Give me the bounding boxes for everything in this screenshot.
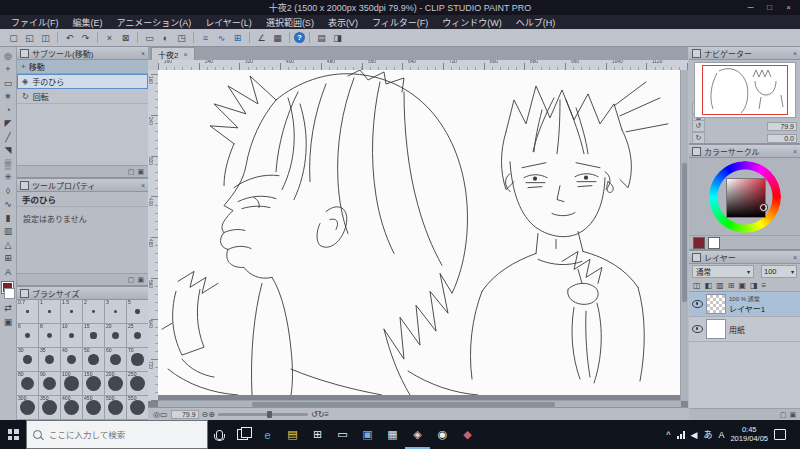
undo-icon[interactable]: ↶	[62, 31, 77, 44]
brush-size-50[interactable]: 50	[83, 348, 104, 371]
brush-size-90[interactable]: 90	[39, 372, 60, 395]
secondary-color-swatch[interactable]	[708, 237, 720, 249]
brush-size-6[interactable]: 6	[17, 324, 38, 347]
navigator-zoom-value[interactable]: 79.9	[767, 122, 797, 131]
save-file-icon[interactable]: ◫	[38, 31, 53, 44]
task-view-button[interactable]	[230, 420, 255, 449]
material-palette-icon[interactable]: ▤	[314, 31, 329, 44]
layer-visibility-icon[interactable]	[692, 325, 703, 333]
layer-toolbar-icon[interactable]: ▣	[738, 281, 746, 290]
brush-size-1.5[interactable]: 1.5	[61, 300, 82, 323]
layer-toolbar-icon[interactable]: ◫	[693, 281, 701, 290]
deselect-icon[interactable]: ▭	[142, 31, 157, 44]
layer-toolbar-icon[interactable]: ▥	[716, 281, 724, 290]
brush-size-35[interactable]: 35	[39, 348, 60, 371]
brush-size-25[interactable]: 25	[127, 324, 148, 347]
brush-size-150[interactable]: 150	[83, 372, 104, 395]
maximize-button[interactable]: □	[760, 0, 779, 15]
start-button[interactable]	[0, 420, 26, 449]
brush-size-70[interactable]: 70	[127, 348, 148, 371]
tool-property-header[interactable]: ツールプロパティ ×	[17, 179, 148, 192]
brush-size-2[interactable]: 2	[83, 300, 104, 323]
brush-size-500[interactable]: 500	[105, 396, 126, 419]
network-icon[interactable]	[677, 431, 685, 439]
layer-toolbar-icon[interactable]: ≡	[762, 281, 767, 290]
panel-footer-icon[interactable]: ▢	[780, 411, 787, 419]
photos-icon[interactable]: ▣	[355, 420, 380, 449]
decoration-tool-icon[interactable]: ✳	[1, 171, 15, 185]
zoom-slider[interactable]	[218, 413, 308, 416]
brush-size-5[interactable]: 5	[127, 300, 148, 323]
browser-icon[interactable]: ◉	[430, 420, 455, 449]
menu-item-6[interactable]: フィルター(F)	[365, 16, 435, 29]
auto-select-tool-icon[interactable]: ∗	[1, 90, 15, 104]
navigator-view-rect[interactable]	[702, 65, 788, 115]
canvas-tab[interactable]: 十夜2 ×	[151, 47, 195, 60]
subtool-item[interactable]: ↻回転	[17, 89, 148, 104]
panel-close-icon[interactable]: ×	[141, 50, 145, 57]
panel-footer-icon[interactable]: ▣	[137, 276, 144, 284]
brush-size-10[interactable]: 10	[61, 324, 82, 347]
close-button[interactable]: ×	[779, 0, 798, 15]
airbrush-tool-icon[interactable]: ▒	[1, 157, 15, 171]
panel-footer-icon[interactable]: ▢	[128, 276, 135, 284]
subtool-panel-header[interactable]: サブツール(移動) ×	[17, 47, 148, 60]
workspace-icon[interactable]: ◨	[330, 31, 345, 44]
tray-caret-icon[interactable]: ^	[666, 430, 670, 440]
paint-app-icon[interactable]: ◆	[455, 420, 480, 449]
color-circle-header[interactable]: カラーサークル ×	[689, 145, 800, 158]
brush-size-8[interactable]: 8	[39, 324, 60, 347]
canvas-page[interactable]	[158, 70, 681, 395]
store-icon[interactable]: ⊞	[305, 420, 330, 449]
menu-item-0[interactable]: ファイル(F)	[4, 16, 66, 29]
status-icon[interactable]: ↺	[311, 410, 318, 419]
panel-footer-icon[interactable]: ▣	[789, 411, 796, 419]
snap-to-ruler-icon[interactable]: ≡	[198, 31, 213, 44]
zoom-value[interactable]: 79.9	[171, 410, 199, 419]
navigator-thumbnail[interactable]	[694, 62, 796, 118]
brush-size-200[interactable]: 200	[105, 372, 126, 395]
pencil-tool-icon[interactable]: ╱	[1, 130, 15, 144]
language-indicator[interactable]: A	[718, 430, 724, 440]
status-icon[interactable]: ▭	[160, 410, 168, 419]
angle-ruler-icon[interactable]: ∠	[254, 31, 269, 44]
navigator-rotate-value[interactable]: 0.0	[767, 134, 797, 143]
search-input[interactable]	[47, 429, 181, 441]
eyedropper-tool-icon[interactable]: ◔	[1, 103, 15, 117]
brush-size-40[interactable]: 40	[61, 348, 82, 371]
screen-color-icon[interactable]: ▣	[1, 315, 15, 329]
fill-tool-icon[interactable]: ▮	[1, 211, 15, 225]
eraser-tool-icon[interactable]: ◊	[1, 184, 15, 198]
redo-icon[interactable]: ↷	[78, 31, 93, 44]
brush-size-header[interactable]: ブラシサイズ	[17, 287, 148, 300]
status-icon[interactable]: ⊕	[208, 410, 215, 419]
action-center-icon[interactable]	[774, 429, 786, 440]
brush-size-350[interactable]: 350	[39, 396, 60, 419]
panel-close-icon[interactable]: ×	[793, 148, 797, 155]
brush-size-15[interactable]: 15	[83, 324, 104, 347]
select-border-icon[interactable]: ◳	[174, 31, 189, 44]
brush-size-1[interactable]: 1	[39, 300, 60, 323]
brush-size-250[interactable]: 250	[127, 372, 148, 395]
menu-item-4[interactable]: 選択範囲(S)	[259, 16, 321, 29]
gradient-tool-icon[interactable]: ▥	[1, 225, 15, 239]
panel-close-icon[interactable]: ×	[141, 182, 145, 189]
brush-size-60[interactable]: 60	[105, 348, 126, 371]
new-file-icon[interactable]: ▢	[6, 31, 21, 44]
menu-item-5[interactable]: 表示(V)	[321, 16, 365, 29]
status-icon[interactable]: ◎	[153, 410, 160, 419]
layer-toolbar-icon[interactable]: ◧	[705, 281, 713, 290]
brush-tool-icon[interactable]: ◥	[1, 144, 15, 158]
status-icon[interactable]: ≡	[324, 410, 329, 419]
brush-size-30[interactable]: 30	[17, 348, 38, 371]
navigator-header[interactable]: ナビゲーター ×	[689, 47, 800, 60]
layer-visibility-icon[interactable]	[692, 300, 703, 308]
ime-mode-indicator[interactable]: あ	[703, 428, 712, 441]
frame-border-tool-icon[interactable]: ⊞	[1, 252, 15, 266]
zoom-tool-icon[interactable]: ◎	[1, 49, 15, 63]
file-explorer-icon[interactable]: ▤	[280, 420, 305, 449]
pen-tool-icon[interactable]: ◤	[1, 117, 15, 131]
tab-close-icon[interactable]: ×	[183, 51, 187, 58]
panel-close-icon[interactable]: ×	[793, 254, 797, 261]
menu-item-8[interactable]: ヘルプ(H)	[509, 16, 563, 29]
